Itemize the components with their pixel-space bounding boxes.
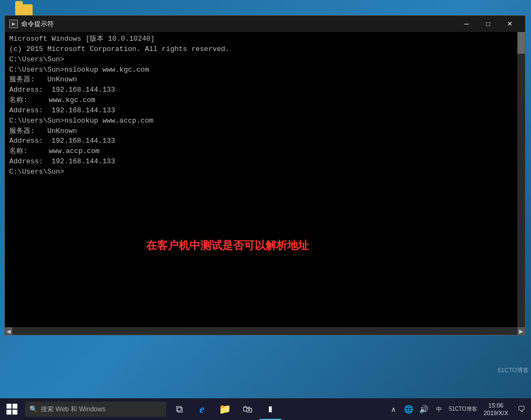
cmd-line: (c) 2015 Microsoft Corporation. All righ… bbox=[9, 44, 521, 55]
edge-button[interactable]: e bbox=[191, 398, 213, 420]
cmd-window: ► 命令提示符 ─ □ ✕ Microsoft Windows [版本 10.0… bbox=[4, 15, 526, 335]
cmd-line: 服务器: UnKnown bbox=[9, 126, 521, 137]
cmd-line: Address: 192.168.144.133 bbox=[9, 85, 521, 96]
taskbar-items: ⧉ e 📁 🛍 ▮ bbox=[168, 398, 281, 420]
horizontal-scrollbar[interactable]: ◀ ▶ bbox=[5, 327, 525, 335]
hscroll-track bbox=[12, 327, 517, 335]
tray-expand-button[interactable]: ∧ bbox=[387, 398, 400, 420]
close-button[interactable]: ✕ bbox=[499, 16, 521, 32]
store-button[interactable]: 🛍 bbox=[237, 398, 258, 420]
cmd-line: C:\Users\Sun> bbox=[9, 167, 521, 177]
cmd-annotation: 在客户机中测试是否可以解析地址 bbox=[146, 238, 309, 253]
cmd-line: C:\Users\Sun> bbox=[9, 55, 521, 65]
cmd-title: 命令提示符 bbox=[21, 20, 456, 29]
taskbar: 🔍 搜索 Web 和 Windows ⧉ e 📁 🛍 ▮ ∧ 🌐 🔊 中 51C… bbox=[0, 398, 531, 420]
cmd-line: C:\Users\Sun>nslookup www.accp.com bbox=[9, 116, 521, 126]
cmd-taskbar-button[interactable]: ▮ bbox=[260, 398, 281, 420]
scrollbar-thumb[interactable] bbox=[517, 32, 525, 54]
start-icon bbox=[7, 404, 17, 415]
clock-time: 15:06 bbox=[489, 402, 504, 409]
ime-icon[interactable]: 中 bbox=[433, 398, 446, 420]
explorer-icon: 📁 bbox=[219, 403, 231, 415]
search-icon: 🔍 bbox=[29, 405, 37, 413]
cmd-line: C:\Users\Sun>nslookup www.kgc.com bbox=[9, 65, 521, 75]
minimize-button[interactable]: ─ bbox=[456, 16, 477, 32]
maximize-button[interactable]: □ bbox=[477, 16, 499, 32]
task-view-button[interactable]: ⧉ bbox=[168, 398, 190, 420]
cmd-line: 服务器: UnKnown bbox=[9, 75, 521, 85]
watermark: 51CTO博客 bbox=[498, 366, 529, 374]
network-icon[interactable]: 🌐 bbox=[402, 398, 415, 420]
cmd-window-icon: ► bbox=[9, 20, 18, 28]
vertical-scrollbar[interactable] bbox=[517, 32, 525, 327]
cmd-body: Microsoft Windows [版本 10.0.10240](c) 201… bbox=[5, 32, 525, 327]
cmd-line: 名称: www.kgc.com bbox=[9, 96, 521, 106]
search-label: 搜索 Web 和 Windows bbox=[41, 405, 105, 414]
desktop: ► 命令提示符 ─ □ ✕ Microsoft Windows [版本 10.0… bbox=[0, 0, 531, 398]
cmd-output: Microsoft Windows [版本 10.0.10240](c) 201… bbox=[9, 34, 521, 177]
store-icon: 🛍 bbox=[243, 404, 252, 415]
volume-icon[interactable]: 🔊 bbox=[418, 398, 431, 420]
notification-button[interactable]: 🗨 bbox=[514, 398, 529, 420]
cmd-line: Address: 192.168.144.133 bbox=[9, 136, 521, 147]
cmd-titlebar: ► 命令提示符 ─ □ ✕ bbox=[5, 16, 525, 32]
blog-label: 51CTO博客 bbox=[448, 398, 478, 420]
clock[interactable]: 15:06 2019/X/X bbox=[481, 398, 511, 420]
cmd-line: 名称: www.accp.com bbox=[9, 147, 521, 157]
cmd-taskbar-icon: ▮ bbox=[268, 404, 273, 413]
cmd-line: Address: 192.168.144.133 bbox=[9, 106, 521, 116]
taskbar-search[interactable]: 🔍 搜索 Web 和 Windows bbox=[25, 402, 166, 417]
cmd-line: Microsoft Windows [版本 10.0.10240] bbox=[9, 34, 521, 44]
hscroll-right-arrow[interactable]: ▶ bbox=[517, 327, 525, 335]
task-view-icon: ⧉ bbox=[176, 404, 183, 415]
window-controls: ─ □ ✕ bbox=[456, 16, 521, 32]
start-button[interactable] bbox=[0, 398, 24, 420]
cmd-line: Address: 192.168.144.133 bbox=[9, 157, 521, 167]
clock-date: 2019/X/X bbox=[484, 409, 508, 417]
explorer-button[interactable]: 📁 bbox=[214, 398, 236, 420]
edge-icon: e bbox=[200, 403, 205, 416]
hscroll-left-arrow[interactable]: ◀ bbox=[5, 327, 12, 335]
system-tray: ∧ 🌐 🔊 中 51CTO博客 15:06 2019/X/X 🗨 bbox=[387, 398, 531, 420]
